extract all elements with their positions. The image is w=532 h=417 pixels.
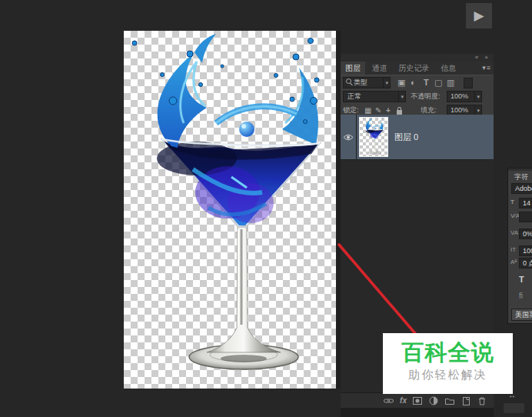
- opacity-label: 不透明度:: [411, 89, 441, 104]
- corner-widget: [503, 402, 525, 414]
- new-layer-icon[interactable]: [461, 395, 471, 406]
- tab-character[interactable]: 字符: [508, 171, 532, 183]
- panel-tab-bar: 图层 通道 历史记录 信息 ▾≡: [341, 62, 494, 75]
- font-family-field[interactable]: Adobe: [511, 183, 532, 194]
- opacity-dropdown[interactable]: ▾ 100%: [447, 91, 482, 102]
- kerning-field[interactable]: [519, 212, 532, 222]
- tab-channels[interactable]: 通道: [367, 62, 392, 75]
- video-play-button[interactable]: ▶: [466, 3, 492, 28]
- layer-thumbnail[interactable]: [359, 117, 388, 157]
- fill-value: 100%: [447, 106, 468, 114]
- tab-layers[interactable]: 图层: [341, 62, 365, 75]
- ligatures-icon[interactable]: fi: [508, 292, 532, 300]
- photoshop-window: ▶ « × 图层 通道 历史记录 信息 ▾≡ ▾ 类型 ▣ ◐ T: [0, 0, 532, 417]
- layer-name[interactable]: 图层 0: [394, 115, 418, 159]
- panel-footer-strip: [341, 408, 494, 417]
- layer-style-icon[interactable]: fx: [400, 395, 407, 406]
- font-size-icon: T: [510, 197, 514, 208]
- faux-bold-icon[interactable]: T: [508, 275, 532, 284]
- vertical-scale-icon: IT: [510, 245, 516, 255]
- baseline-icon: Aª: [510, 257, 517, 268]
- filter-adjustment-icon[interactable]: ◐: [411, 77, 416, 88]
- adjustment-layer-icon[interactable]: [428, 395, 439, 406]
- opacity-value: 100%: [447, 92, 468, 100]
- blend-mode-value: 正常: [344, 92, 361, 100]
- link-layers-icon[interactable]: [383, 395, 394, 406]
- dropdown-arrow-icon: ▾: [474, 92, 481, 102]
- delete-layer-icon[interactable]: [477, 395, 487, 406]
- add-mask-icon[interactable]: [412, 395, 423, 406]
- filter-type-icon[interactable]: T: [424, 77, 429, 88]
- close-panel-icon[interactable]: ×: [484, 54, 490, 61]
- tracking-icon: VA: [510, 228, 518, 239]
- layer-visibility-toggle[interactable]: [341, 115, 357, 159]
- promo-title: 百科全说: [383, 340, 513, 365]
- promo-subtitle: 助你轻松解决: [383, 368, 513, 382]
- language-dropdown[interactable]: 美国英语: [511, 309, 532, 321]
- document-canvas[interactable]: [124, 31, 336, 389]
- eye-icon: [343, 134, 354, 141]
- cocktail-image: [124, 31, 336, 389]
- promo-watermark-box: 百科全说 助你轻松解决: [383, 333, 513, 394]
- character-tab-bar: 字符: [508, 168, 532, 181]
- layer-row-selected[interactable]: 图层 0: [341, 115, 494, 160]
- filter-kind-label: 类型: [354, 78, 367, 86]
- filter-toggle-icon[interactable]: [464, 78, 473, 88]
- tab-history[interactable]: 历史记录: [394, 62, 434, 75]
- blend-mode-row: ▾ 正常 不透明度: ▾ 100%: [341, 89, 494, 104]
- baseline-field[interactable]: 0 点: [519, 258, 532, 269]
- font-size-field[interactable]: 14 点: [519, 198, 532, 208]
- search-icon: [346, 78, 351, 84]
- play-icon: ▶: [474, 8, 484, 24]
- layer-filter-row: ▾ 类型 ▣ ◐ T ▢ ▥: [341, 75, 494, 90]
- blend-mode-dropdown[interactable]: ▾ 正常: [343, 91, 406, 102]
- tab-info[interactable]: 信息: [436, 62, 461, 75]
- collapse-panels-icon[interactable]: «: [475, 54, 480, 61]
- panel-header: « ×: [341, 54, 494, 62]
- filter-pixel-icon[interactable]: ▣: [397, 77, 405, 88]
- filter-shape-icon[interactable]: ▢: [434, 77, 442, 88]
- layers-bottom-toolbar: fx: [341, 392, 494, 408]
- vertical-scale-field[interactable]: 100%: [519, 245, 532, 256]
- dropdown-arrow-icon: ▾: [398, 92, 405, 102]
- filter-kind-dropdown[interactable]: ▾ 类型: [343, 77, 391, 88]
- new-group-icon[interactable]: [444, 395, 455, 406]
- panel-menu-icon[interactable]: ▾≡: [482, 64, 491, 72]
- filter-smart-object-icon[interactable]: ▥: [447, 77, 454, 88]
- dropdown-arrow-icon: ▾: [383, 78, 390, 88]
- character-panel: 字符 Adobe T 14 点 V∕A VA 0% IT 100% Aª 0 点…: [507, 168, 532, 324]
- tracking-field[interactable]: 0%: [519, 229, 532, 239]
